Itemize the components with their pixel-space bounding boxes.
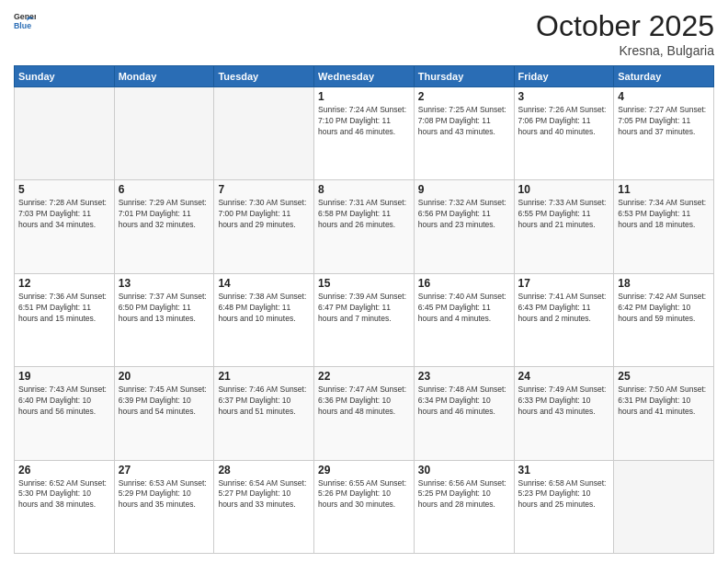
table-row: 23Sunrise: 7:48 AM Sunset: 6:34 PM Dayli… — [414, 367, 514, 460]
day-info: Sunrise: 6:55 AM Sunset: 5:26 PM Dayligh… — [318, 478, 410, 511]
day-info: Sunrise: 7:37 AM Sunset: 6:50 PM Dayligh… — [119, 292, 210, 325]
day-info: Sunrise: 7:29 AM Sunset: 7:01 PM Dayligh… — [119, 198, 210, 231]
header-saturday: Saturday — [614, 66, 714, 87]
table-row: 24Sunrise: 7:49 AM Sunset: 6:33 PM Dayli… — [514, 367, 614, 460]
location: Kresna, Bulgaria — [536, 43, 714, 58]
day-number: 25 — [618, 370, 710, 383]
day-number: 15 — [318, 277, 410, 290]
day-info: Sunrise: 7:42 AM Sunset: 6:42 PM Dayligh… — [618, 292, 710, 325]
svg-text:General: General — [14, 12, 36, 21]
day-info: Sunrise: 7:39 AM Sunset: 6:47 PM Dayligh… — [318, 292, 410, 325]
day-number: 22 — [318, 370, 410, 383]
logo-icon: General Blue — [14, 9, 36, 31]
table-row: 27Sunrise: 6:53 AM Sunset: 5:29 PM Dayli… — [114, 460, 214, 553]
day-number: 8 — [318, 183, 410, 196]
day-number: 6 — [119, 183, 210, 196]
day-number: 14 — [218, 277, 310, 290]
day-info: Sunrise: 7:27 AM Sunset: 7:05 PM Dayligh… — [618, 105, 710, 138]
calendar-week-row: 5Sunrise: 7:28 AM Sunset: 7:03 PM Daylig… — [15, 180, 714, 273]
table-row — [214, 87, 314, 180]
header: General Blue October 2025 Kresna, Bulgar… — [14, 9, 714, 58]
day-number: 18 — [618, 277, 710, 290]
day-number: 20 — [119, 370, 210, 383]
table-row — [114, 87, 214, 180]
page: General Blue October 2025 Kresna, Bulgar… — [0, 0, 728, 563]
day-number: 29 — [318, 464, 410, 477]
day-number: 3 — [518, 90, 610, 103]
day-number: 21 — [218, 370, 310, 383]
day-info: Sunrise: 7:46 AM Sunset: 6:37 PM Dayligh… — [218, 385, 310, 418]
day-info: Sunrise: 7:38 AM Sunset: 6:48 PM Dayligh… — [218, 292, 310, 325]
table-row: 21Sunrise: 7:46 AM Sunset: 6:37 PM Dayli… — [214, 367, 314, 460]
table-row: 6Sunrise: 7:29 AM Sunset: 7:01 PM Daylig… — [114, 180, 214, 273]
day-info: Sunrise: 7:36 AM Sunset: 6:51 PM Dayligh… — [18, 292, 110, 325]
day-info: Sunrise: 7:40 AM Sunset: 6:45 PM Dayligh… — [418, 292, 510, 325]
day-info: Sunrise: 7:34 AM Sunset: 6:53 PM Dayligh… — [618, 198, 710, 231]
day-number: 30 — [418, 464, 510, 477]
header-thursday: Thursday — [414, 66, 514, 87]
day-info: Sunrise: 7:50 AM Sunset: 6:31 PM Dayligh… — [618, 385, 710, 418]
table-row: 26Sunrise: 6:52 AM Sunset: 5:30 PM Dayli… — [15, 460, 115, 553]
table-row: 9Sunrise: 7:32 AM Sunset: 6:56 PM Daylig… — [414, 180, 514, 273]
table-row — [614, 460, 714, 553]
header-sunday: Sunday — [15, 66, 115, 87]
header-friday: Friday — [514, 66, 614, 87]
table-row: 2Sunrise: 7:25 AM Sunset: 7:08 PM Daylig… — [414, 87, 514, 180]
day-info: Sunrise: 7:45 AM Sunset: 6:39 PM Dayligh… — [119, 385, 210, 418]
calendar-week-row: 19Sunrise: 7:43 AM Sunset: 6:40 PM Dayli… — [15, 367, 714, 460]
day-info: Sunrise: 7:31 AM Sunset: 6:58 PM Dayligh… — [318, 198, 410, 231]
table-row: 5Sunrise: 7:28 AM Sunset: 7:03 PM Daylig… — [15, 180, 115, 273]
svg-text:Blue: Blue — [14, 21, 31, 30]
day-info: Sunrise: 7:41 AM Sunset: 6:43 PM Dayligh… — [518, 292, 610, 325]
day-number: 19 — [18, 370, 110, 383]
day-info: Sunrise: 6:56 AM Sunset: 5:25 PM Dayligh… — [418, 478, 510, 511]
day-number: 10 — [518, 183, 610, 196]
table-row: 28Sunrise: 6:54 AM Sunset: 5:27 PM Dayli… — [214, 460, 314, 553]
day-info: Sunrise: 7:47 AM Sunset: 6:36 PM Dayligh… — [318, 385, 410, 418]
day-number: 24 — [518, 370, 610, 383]
calendar-week-row: 26Sunrise: 6:52 AM Sunset: 5:30 PM Dayli… — [15, 460, 714, 553]
day-number: 23 — [418, 370, 510, 383]
table-row: 25Sunrise: 7:50 AM Sunset: 6:31 PM Dayli… — [614, 367, 714, 460]
table-row: 13Sunrise: 7:37 AM Sunset: 6:50 PM Dayli… — [114, 273, 214, 366]
day-info: Sunrise: 7:28 AM Sunset: 7:03 PM Dayligh… — [18, 198, 110, 231]
day-info: Sunrise: 7:49 AM Sunset: 6:33 PM Dayligh… — [518, 385, 610, 418]
day-number: 5 — [18, 183, 110, 196]
calendar-table: Sunday Monday Tuesday Wednesday Thursday… — [14, 65, 714, 554]
day-info: Sunrise: 7:48 AM Sunset: 6:34 PM Dayligh… — [418, 385, 510, 418]
table-row: 7Sunrise: 7:30 AM Sunset: 7:00 PM Daylig… — [214, 180, 314, 273]
day-number: 2 — [418, 90, 510, 103]
table-row: 19Sunrise: 7:43 AM Sunset: 6:40 PM Dayli… — [15, 367, 115, 460]
day-number: 13 — [119, 277, 210, 290]
table-row: 12Sunrise: 7:36 AM Sunset: 6:51 PM Dayli… — [15, 273, 115, 366]
weekday-header-row: Sunday Monday Tuesday Wednesday Thursday… — [15, 66, 714, 87]
day-number: 16 — [418, 277, 510, 290]
table-row: 18Sunrise: 7:42 AM Sunset: 6:42 PM Dayli… — [614, 273, 714, 366]
table-row: 8Sunrise: 7:31 AM Sunset: 6:58 PM Daylig… — [314, 180, 415, 273]
day-number: 31 — [518, 464, 610, 477]
title-section: October 2025 Kresna, Bulgaria — [536, 9, 714, 58]
day-number: 26 — [18, 464, 110, 477]
table-row: 14Sunrise: 7:38 AM Sunset: 6:48 PM Dayli… — [214, 273, 314, 366]
day-info: Sunrise: 7:32 AM Sunset: 6:56 PM Dayligh… — [418, 198, 510, 231]
table-row: 10Sunrise: 7:33 AM Sunset: 6:55 PM Dayli… — [514, 180, 614, 273]
day-info: Sunrise: 7:24 AM Sunset: 7:10 PM Dayligh… — [318, 105, 410, 138]
day-info: Sunrise: 7:33 AM Sunset: 6:55 PM Dayligh… — [518, 198, 610, 231]
day-number: 1 — [318, 90, 410, 103]
day-info: Sunrise: 6:53 AM Sunset: 5:29 PM Dayligh… — [119, 478, 210, 511]
header-tuesday: Tuesday — [214, 66, 314, 87]
day-number: 7 — [218, 183, 310, 196]
table-row: 16Sunrise: 7:40 AM Sunset: 6:45 PM Dayli… — [414, 273, 514, 366]
table-row: 11Sunrise: 7:34 AM Sunset: 6:53 PM Dayli… — [614, 180, 714, 273]
header-wednesday: Wednesday — [314, 66, 415, 87]
table-row: 1Sunrise: 7:24 AM Sunset: 7:10 PM Daylig… — [314, 87, 415, 180]
day-number: 28 — [218, 464, 310, 477]
day-info: Sunrise: 6:52 AM Sunset: 5:30 PM Dayligh… — [18, 478, 110, 511]
day-info: Sunrise: 7:43 AM Sunset: 6:40 PM Dayligh… — [18, 385, 110, 418]
day-number: 12 — [18, 277, 110, 290]
day-info: Sunrise: 7:30 AM Sunset: 7:00 PM Dayligh… — [218, 198, 310, 231]
table-row: 29Sunrise: 6:55 AM Sunset: 5:26 PM Dayli… — [314, 460, 415, 553]
day-number: 27 — [119, 464, 210, 477]
table-row: 4Sunrise: 7:27 AM Sunset: 7:05 PM Daylig… — [614, 87, 714, 180]
table-row: 30Sunrise: 6:56 AM Sunset: 5:25 PM Dayli… — [414, 460, 514, 553]
